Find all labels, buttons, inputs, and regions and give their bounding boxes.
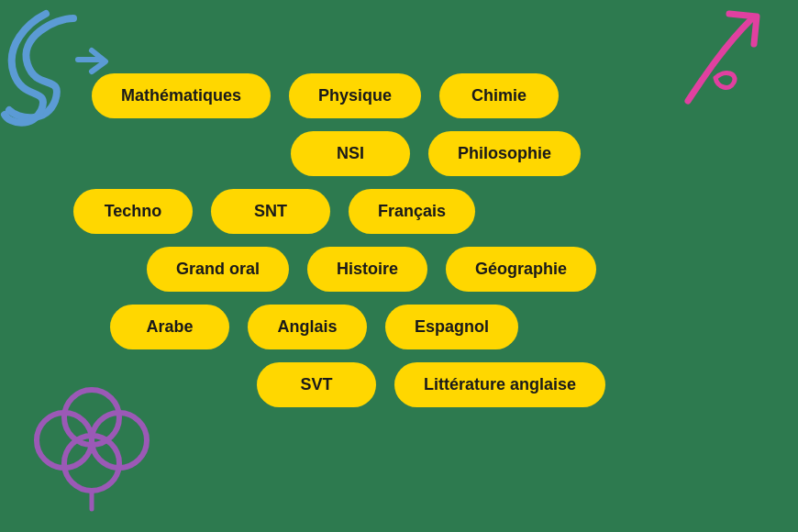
subject-pill-chimie[interactable]: Chimie — [439, 73, 559, 118]
subject-row-3: TechnoSNTFrançais — [73, 189, 743, 234]
subject-pill-svt[interactable]: SVT — [257, 362, 376, 407]
subject-pill-arabe[interactable]: Arabe — [110, 305, 229, 349]
svg-point-2 — [64, 436, 119, 491]
subject-pill-littérature-anglaise[interactable]: Littérature anglaise — [394, 362, 605, 407]
subject-pill-snt[interactable]: SNT — [211, 189, 330, 234]
subject-pill-espagnol[interactable]: Espagnol — [385, 305, 518, 349]
subject-pill-physique[interactable]: Physique — [289, 73, 421, 118]
subject-pill-anglais[interactable]: Anglais — [248, 305, 367, 349]
subject-pill-français[interactable]: Français — [349, 189, 475, 234]
svg-point-3 — [92, 413, 147, 468]
subject-row-1: MathématiquesPhysiqueChimie — [73, 73, 743, 118]
subject-pill-mathématiques[interactable]: Mathématiques — [92, 73, 271, 118]
subject-pill-techno[interactable]: Techno — [73, 189, 193, 234]
subject-pill-nsi[interactable]: NSI — [291, 131, 410, 176]
subject-row-6: SVTLittérature anglaise — [73, 362, 743, 407]
subject-row-4: Grand oralHistoireGéographie — [73, 247, 743, 292]
subject-pill-géographie[interactable]: Géographie — [446, 247, 596, 292]
svg-point-1 — [37, 413, 92, 468]
subject-row-5: ArabeAnglaisEspagnol — [73, 305, 743, 349]
subject-grid: MathématiquesPhysiqueChimieNSIPhilosophi… — [73, 73, 743, 407]
subject-pill-philosophie[interactable]: Philosophie — [428, 131, 581, 176]
subject-row-2: NSIPhilosophie — [73, 131, 743, 176]
subject-pill-grand-oral[interactable]: Grand oral — [147, 247, 289, 292]
subject-pill-histoire[interactable]: Histoire — [307, 247, 427, 292]
